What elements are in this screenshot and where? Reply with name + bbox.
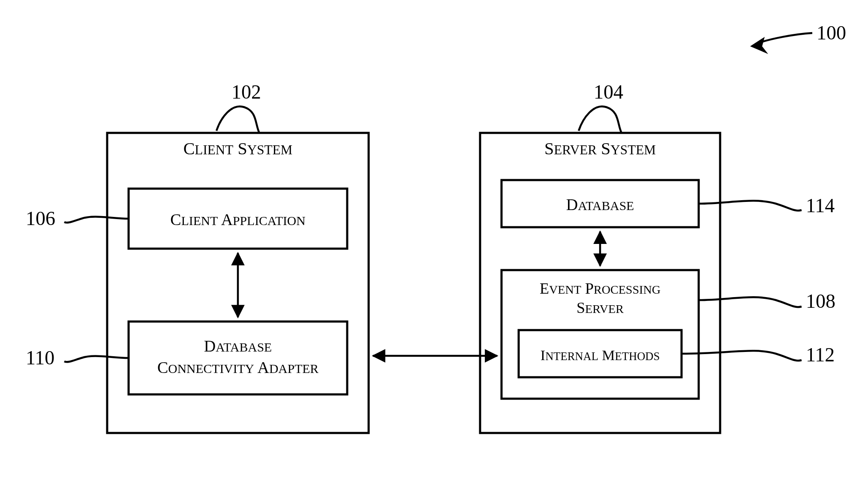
ref-114: 114 [806,195,835,216]
connectivity-adapter [129,322,347,394]
server-system: SERVER SYSTEM 104 DATABASE 114 EVENT PRO… [480,81,835,433]
ref-tick-102 [216,106,259,133]
ref-108: 108 [806,290,835,312]
figure-ref-pointer: 100 [750,22,846,54]
figure-ref: 100 [817,22,846,44]
client-system: CLIENT SYSTEM 102 CLIENT APPLICATION 106… [26,81,369,433]
ref-110: 110 [26,347,54,369]
ref-tick-104 [579,106,622,133]
ref-112: 112 [806,344,835,366]
ref-106: 106 [26,207,55,229]
internal-methods-label: INTERNAL METHODS [541,347,660,363]
ref-104: 104 [594,81,623,103]
ref-102: 102 [231,81,261,103]
